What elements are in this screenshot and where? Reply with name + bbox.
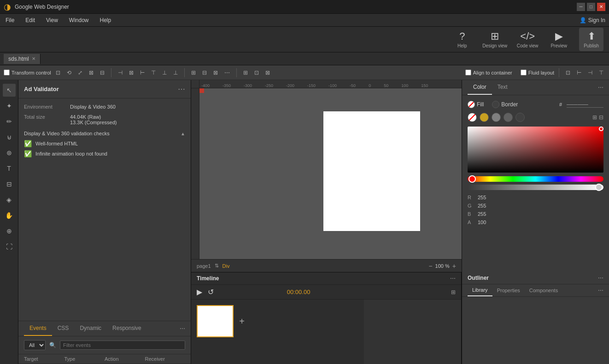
color-picker[interactable]	[468, 127, 603, 173]
zoom-in-button[interactable]: +	[452, 262, 456, 270]
zoom-pan-tool[interactable]: ⊛	[3, 146, 16, 159]
add-layer-button[interactable]: +	[235, 315, 248, 328]
otab-components[interactable]: Components	[525, 285, 562, 296]
timeline-track[interactable]	[364, 300, 461, 364]
events-panel-menu[interactable]: ⋯	[180, 325, 185, 332]
text-tool[interactable]: T	[3, 162, 16, 175]
align-container-checkbox[interactable]	[465, 69, 471, 75]
element-type[interactable]: Div	[223, 263, 230, 269]
timeline-menu[interactable]: ⋯	[450, 275, 456, 282]
tool-b[interactable]: ⊡	[252, 69, 261, 77]
menu-help[interactable]: Help	[98, 16, 113, 24]
swatch-black[interactable]	[515, 113, 525, 122]
filter-input[interactable]	[60, 341, 185, 350]
canvas-page[interactable]	[323, 111, 420, 231]
menu-window[interactable]: Window	[67, 16, 91, 24]
publish-button[interactable]: ⬆ Publish	[579, 28, 603, 51]
fluid-layout-checkbox[interactable]	[521, 69, 527, 75]
section-header[interactable]: Display & Video 360 validation checks ▲	[24, 131, 185, 136]
page-indicator[interactable]: page1	[197, 263, 211, 269]
more-icon[interactable]: ⋯	[223, 69, 232, 77]
pen-tool[interactable]: ⊌	[3, 131, 16, 144]
view-icon-3[interactable]: ⊣	[586, 69, 594, 77]
fill-tool[interactable]: ◈	[3, 193, 16, 206]
align-center-h-icon[interactable]: ⊠	[127, 69, 135, 77]
fluid-layout-checkbox-label[interactable]: Fluid layout	[521, 69, 554, 75]
swatch-dark-gray[interactable]	[504, 113, 513, 122]
minimize-button[interactable]: ─	[577, 3, 585, 11]
align-bottom-icon[interactable]: ⊥	[171, 69, 180, 77]
crop-tool[interactable]: ⊟	[3, 178, 16, 191]
otab-properties[interactable]: Properties	[492, 285, 525, 296]
transform-control-checkbox[interactable]	[4, 69, 10, 75]
view-icon-1[interactable]: ⊡	[564, 69, 572, 77]
outliner-menu[interactable]: ⋯	[598, 275, 603, 281]
align-top-icon[interactable]: ⊤	[149, 69, 158, 77]
timeline-play-button[interactable]: ▶	[197, 288, 202, 296]
tab-events[interactable]: Events	[24, 321, 52, 336]
view-icon-4[interactable]: ⊤	[597, 69, 605, 77]
tool-c[interactable]: ⊠	[264, 69, 272, 77]
transform-icon-5[interactable]: ⊟	[98, 69, 106, 77]
page-nav-icon[interactable]: ⇅	[215, 263, 219, 269]
color-panel-menu[interactable]: ⋯	[598, 84, 603, 91]
transform-icon-2[interactable]: ⟲	[65, 69, 73, 77]
menu-view[interactable]: View	[44, 16, 60, 24]
transform-control-checkbox-label[interactable]: Transform control	[4, 69, 51, 75]
maximize-button[interactable]: □	[587, 3, 595, 11]
align-container-checkbox-label[interactable]: Align to container	[465, 69, 512, 75]
align-right-icon[interactable]: ⊢	[138, 69, 146, 77]
align-left-icon[interactable]: ⊣	[116, 69, 124, 77]
tool-a[interactable]: ⊞	[241, 69, 250, 77]
timeline-settings-icon[interactable]: ⊞	[451, 289, 456, 295]
tab-css[interactable]: CSS	[52, 321, 75, 336]
file-tab-close[interactable]: ✕	[32, 56, 35, 61]
tab-text[interactable]: Text	[492, 80, 513, 95]
timeline-loop-button[interactable]: ↺	[208, 288, 214, 296]
border-button[interactable]: Border	[492, 101, 518, 108]
add-swatch-button[interactable]: ⊞	[592, 114, 597, 121]
code-view-button[interactable]: </> Code view	[516, 30, 539, 48]
search-tool[interactable]: ⊕	[3, 225, 16, 237]
close-button[interactable]: ✕	[597, 3, 605, 11]
tab-responsive[interactable]: Responsive	[107, 321, 147, 336]
hue-handle[interactable]	[468, 175, 476, 183]
transform-icon-3[interactable]: ⤢	[76, 69, 84, 77]
help-button[interactable]: ? Help	[451, 30, 473, 48]
otab-library[interactable]: Library	[468, 284, 492, 296]
tab-color[interactable]: Color	[468, 80, 492, 95]
swatch-gold[interactable]	[480, 113, 489, 122]
sign-in-button[interactable]: 👤 Sign In	[580, 17, 605, 23]
preview-button[interactable]: ▶ Preview	[548, 30, 570, 48]
swatch-transparent[interactable]	[468, 113, 477, 122]
shape-tool[interactable]: ✦	[3, 99, 16, 112]
transform-icon-4[interactable]: ⊠	[87, 69, 95, 77]
tab-dynamic[interactable]: Dynamic	[74, 321, 107, 336]
distribute-h-icon[interactable]: ⊞	[189, 69, 198, 77]
hand-tool[interactable]: ✋	[3, 209, 16, 222]
select-tool[interactable]: ↖	[3, 84, 16, 97]
fullscreen-tool[interactable]: ⛶	[3, 240, 16, 253]
alpha-slider[interactable]	[468, 185, 603, 190]
space-icon[interactable]: ⊠	[211, 69, 220, 77]
swatch-gray[interactable]	[492, 113, 501, 122]
draw-tool[interactable]: ✏	[3, 115, 16, 128]
manage-swatches-button[interactable]: ⊟	[599, 114, 603, 121]
alpha-handle[interactable]	[595, 184, 603, 191]
menu-file[interactable]: File	[4, 16, 16, 24]
transform-icon-1[interactable]: ⊡	[54, 69, 62, 77]
design-view-button[interactable]: ⊞ Design view	[482, 30, 507, 48]
canvas-outer[interactable]: (0, 0)	[199, 88, 462, 259]
view-icon-2[interactable]: ⊢	[575, 69, 583, 77]
outliner-tabs-menu[interactable]: ⋯	[598, 287, 603, 294]
distribute-v-icon[interactable]: ⊟	[200, 69, 209, 77]
menu-edit[interactable]: Edit	[23, 16, 37, 24]
color-picker-handle[interactable]	[599, 127, 603, 131]
layer-thumbnail[interactable]	[197, 305, 234, 337]
ad-validator-menu[interactable]: ⋯	[178, 85, 185, 93]
file-tab[interactable]: sds.html ✕	[4, 54, 41, 64]
align-center-v-icon[interactable]: ⊥	[160, 69, 169, 77]
fill-button[interactable]: Fill	[468, 101, 484, 108]
hue-slider[interactable]	[468, 176, 603, 182]
filter-select[interactable]: All	[24, 340, 46, 350]
